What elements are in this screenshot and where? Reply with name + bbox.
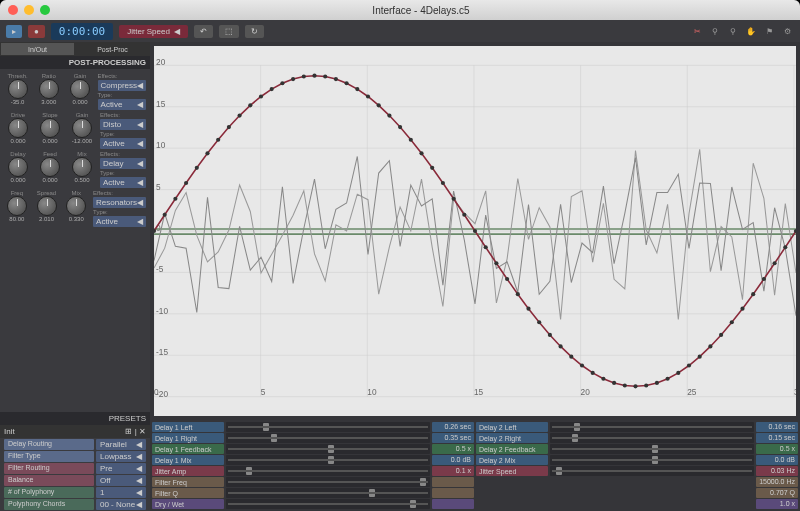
param-slider[interactable]: [226, 444, 430, 454]
knob-dial[interactable]: [8, 118, 28, 138]
preset-name-field[interactable]: Init ⊞ | ✕: [0, 425, 150, 438]
preset-param-value[interactable]: 1◀: [96, 487, 146, 498]
knob-dial[interactable]: [8, 157, 28, 177]
timecode-display[interactable]: 0:00:00: [51, 23, 113, 40]
svg-text:10: 10: [367, 388, 377, 397]
param-slider[interactable]: [226, 466, 430, 476]
preset-param-value[interactable]: Off◀: [96, 475, 146, 486]
tab-postproc[interactable]: Post-Proc: [75, 42, 150, 56]
param-value[interactable]: 0.16 sec: [756, 422, 798, 432]
param-value[interactable]: [432, 499, 474, 509]
tab-inout[interactable]: In/Out: [0, 42, 75, 56]
svg-point-89: [740, 307, 744, 311]
param-value[interactable]: 0.03 Hz: [756, 466, 798, 476]
param-value[interactable]: 0.26 sec: [432, 422, 474, 432]
param-value[interactable]: 0.15 sec: [756, 433, 798, 443]
fx-select[interactable]: Delay◀: [100, 158, 146, 169]
param-slider[interactable]: [226, 433, 430, 443]
param-value[interactable]: 0.1 x: [432, 466, 474, 476]
knob-dial[interactable]: [7, 196, 27, 216]
zoom-icon[interactable]: [40, 5, 50, 15]
fx-select[interactable]: Disto◀: [100, 119, 146, 130]
close-icon[interactable]: [8, 5, 18, 15]
hand-icon[interactable]: ✋: [744, 24, 758, 38]
chart-area[interactable]: 051015202530-20-15-10-505101520: [154, 46, 796, 416]
param-slider[interactable]: [226, 488, 430, 498]
param-value[interactable]: 0.5 x: [432, 444, 474, 454]
preset-param-value[interactable]: Lowpass◀: [96, 451, 146, 462]
param-label: Delay 1 Feedback: [152, 444, 224, 454]
zoom-out-icon[interactable]: ⚲: [726, 24, 740, 38]
knob-dial[interactable]: [72, 118, 92, 138]
knob-value: 0.000: [42, 138, 57, 144]
tool-btn-3[interactable]: ↻: [245, 25, 264, 38]
svg-point-45: [270, 87, 274, 91]
param-slider[interactable]: [226, 455, 430, 465]
fx-select[interactable]: Resonators◀: [93, 197, 146, 208]
gear-icon[interactable]: ⚙: [780, 24, 794, 38]
fx-type-select[interactable]: Active◀: [93, 216, 146, 227]
param-value[interactable]: [432, 488, 474, 498]
svg-point-43: [248, 103, 252, 107]
chevron-left-icon[interactable]: ◀: [174, 27, 180, 36]
svg-point-72: [559, 344, 563, 348]
param-value[interactable]: [432, 477, 474, 487]
svg-point-71: [548, 333, 552, 337]
param-value[interactable]: 0.35 sec: [432, 433, 474, 443]
param-slider[interactable]: [550, 422, 754, 432]
flag-icon[interactable]: ⚑: [762, 24, 776, 38]
param-slider[interactable]: [550, 444, 754, 454]
preset-param-value[interactable]: Pre◀: [96, 463, 146, 474]
svg-point-92: [773, 261, 777, 265]
knob-thresh.: Thresh.-35.0: [4, 73, 31, 105]
fx-select[interactable]: Compress◀: [98, 80, 146, 91]
knob-delay: Delay0.000: [4, 151, 32, 183]
param-slider[interactable]: [226, 499, 430, 509]
svg-point-42: [238, 114, 242, 118]
svg-text:5: 5: [156, 183, 161, 192]
fx-type-select[interactable]: Active◀: [100, 138, 146, 149]
knob-dial[interactable]: [40, 157, 60, 177]
param-value[interactable]: 0.0 dB: [432, 455, 474, 465]
svg-point-61: [441, 181, 445, 185]
svg-point-88: [730, 320, 734, 324]
param-value[interactable]: 0.0 dB: [756, 455, 798, 465]
knob-dial[interactable]: [70, 79, 90, 99]
preset-param-value[interactable]: 00 - None◀: [96, 499, 146, 510]
cut-icon[interactable]: ✂: [690, 24, 704, 38]
fx-type-select[interactable]: Active◀: [98, 99, 146, 110]
svg-point-35: [163, 213, 167, 217]
knob-freq: Freq80.00: [4, 190, 30, 222]
svg-point-69: [526, 307, 530, 311]
knob-dial[interactable]: [72, 157, 92, 177]
zoom-in-icon[interactable]: ⚲: [708, 24, 722, 38]
sidebar: In/Out Post-Proc POST-PROCESSING Thresh.…: [0, 42, 150, 511]
tool-btn-1[interactable]: ↶: [194, 25, 213, 38]
param-slider[interactable]: [226, 477, 430, 487]
knob-dial[interactable]: [39, 79, 59, 99]
preset-name-text: Init: [4, 427, 15, 436]
param-slider[interactable]: [226, 422, 430, 432]
knob-mix: Mix0.500: [68, 151, 96, 183]
knob-dial[interactable]: [8, 79, 28, 99]
record-button[interactable]: ●: [28, 25, 45, 38]
preset-param-value[interactable]: Parallel◀: [96, 439, 146, 450]
knob-dial[interactable]: [37, 196, 57, 216]
param-value[interactable]: 0.5 x: [756, 444, 798, 454]
param-value[interactable]: 0.707 Q: [756, 488, 798, 498]
minimize-icon[interactable]: [24, 5, 34, 15]
param-label: Delay 2 Right: [476, 433, 548, 443]
tool-btn-2[interactable]: ⬚: [219, 25, 239, 38]
param-slider[interactable]: [550, 433, 754, 443]
svg-point-73: [569, 355, 573, 359]
play-button[interactable]: ▸: [6, 25, 22, 38]
parameter-selector[interactable]: Jitter Speed ◀: [119, 25, 188, 38]
param-slider[interactable]: [550, 466, 754, 476]
param-value[interactable]: 1.0 x: [756, 499, 798, 509]
fx-type-select[interactable]: Active◀: [100, 177, 146, 188]
knob-dial[interactable]: [40, 118, 60, 138]
param-slider[interactable]: [550, 455, 754, 465]
svg-point-58: [409, 138, 413, 142]
knob-dial[interactable]: [66, 196, 86, 216]
param-value[interactable]: 15000.0 Hz: [756, 477, 798, 487]
